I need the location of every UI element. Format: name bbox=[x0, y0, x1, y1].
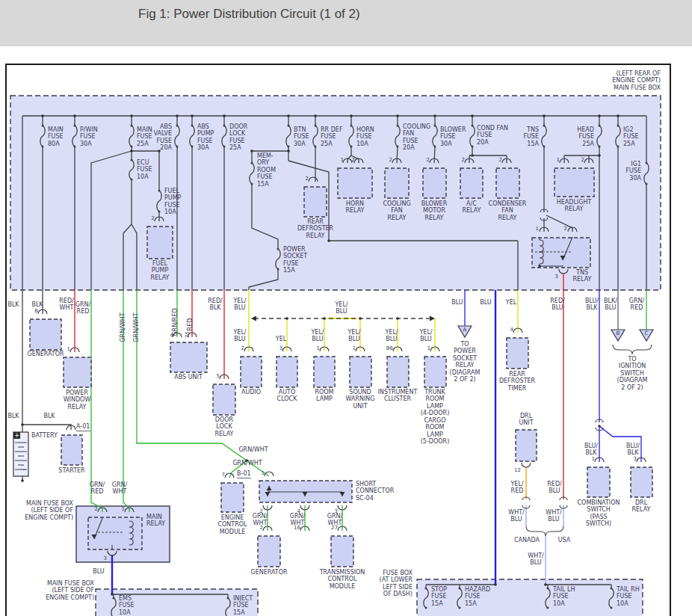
wire-label: YEL/ bbox=[418, 329, 432, 336]
fuse-label-btn-30a: BTN bbox=[294, 126, 306, 133]
component-label-door-lock-relay: LOCK bbox=[216, 423, 232, 430]
component-label-starter: STARTER bbox=[58, 467, 85, 474]
wire-label: IGNITION bbox=[619, 363, 646, 369]
pin-number: 2 bbox=[427, 157, 430, 163]
fuse-label-ig1-30a: 30A bbox=[629, 175, 641, 182]
fuse-label-memory-room-15a: ORY bbox=[257, 159, 269, 166]
wire-label: (DIAGRAM bbox=[450, 369, 481, 376]
component-drl-relay bbox=[631, 467, 652, 497]
wire-label: BLK bbox=[627, 449, 639, 456]
component-generator-top bbox=[30, 319, 61, 350]
wire-label: GRN/WHT bbox=[238, 446, 268, 453]
fuse-label-ig2-25a: 25A bbox=[623, 141, 635, 147]
component-label-short-connector-sc04: SHORT bbox=[356, 481, 376, 487]
component-label-rear-defroster-timer: TIMER bbox=[507, 385, 527, 392]
fuse-label-power-socket-15a: 15A bbox=[283, 267, 295, 274]
component-label-horn-relay: HORN bbox=[346, 200, 364, 207]
fuse-terminal bbox=[251, 162, 253, 164]
battery-plus: + bbox=[14, 432, 19, 439]
wire-label: GRN/ bbox=[75, 301, 91, 308]
wire-label: BLU bbox=[312, 336, 324, 342]
fuse-label-hazard-15a: HAZARD bbox=[465, 586, 490, 593]
component-drl-unit bbox=[516, 430, 537, 461]
wire-label: RED/ bbox=[208, 298, 223, 304]
wire-label: GRN/WHT bbox=[232, 460, 262, 466]
fuse-label-ems-10a: FUSE bbox=[119, 602, 135, 609]
brace bbox=[613, 345, 652, 354]
pin-number: 25 bbox=[185, 331, 191, 338]
fuse-label-stop-15a: 15A bbox=[431, 600, 443, 607]
wire-label: BLU bbox=[234, 336, 246, 342]
wire-label: WHT bbox=[328, 520, 342, 526]
fuse-terminal bbox=[176, 146, 179, 148]
fuse-label-main-25a: 25A bbox=[137, 141, 149, 147]
component-combination-switch bbox=[587, 467, 610, 497]
junction-dot bbox=[21, 479, 24, 482]
fuse-label-horn-10a: 10A bbox=[356, 141, 368, 147]
wire bbox=[22, 425, 71, 430]
fuse-label-main-25a: MAIN bbox=[137, 126, 152, 133]
component-tns-relay bbox=[532, 238, 590, 268]
wire-label: 2 OF 2) bbox=[621, 384, 643, 391]
fuse-terminal bbox=[251, 183, 253, 185]
wire-label: YEL/ bbox=[310, 329, 324, 336]
pin-number: 3 bbox=[104, 555, 107, 561]
wire-label: 2 OF 2) bbox=[454, 376, 475, 383]
fuse-label-memory-room-15a: MEM- bbox=[257, 153, 274, 159]
wire-label: BLU bbox=[336, 308, 347, 315]
component-label-short-connector-sc04: CONNECTOR bbox=[356, 487, 395, 494]
wire-label: (LEFT SIDE OF bbox=[52, 587, 94, 594]
fuse-label-inject-15a: FUSE bbox=[233, 602, 249, 609]
fuse-terminal bbox=[315, 146, 317, 148]
junction-dot bbox=[130, 114, 133, 117]
component-horn-relay bbox=[338, 168, 372, 198]
wire-label: BLU bbox=[93, 568, 105, 575]
fuse-terminal bbox=[191, 146, 194, 148]
fuse-terminal bbox=[434, 125, 436, 127]
fuse-label-tns-15a: TNS bbox=[526, 126, 539, 133]
component-label-cooling-fan-relay: COOLING bbox=[383, 200, 410, 207]
battery-minus: - bbox=[22, 466, 25, 473]
wire-label: BLU bbox=[386, 336, 398, 342]
junction-dot bbox=[494, 583, 497, 586]
wire-label: TO bbox=[460, 341, 469, 348]
fuse-terminal bbox=[42, 125, 44, 127]
component-label-transmission-control-module: CONTROL bbox=[327, 576, 357, 582]
fuse-label-fuel-pump-10a: FUEL bbox=[164, 188, 180, 194]
junction-dot bbox=[471, 114, 474, 117]
fuse-terminal bbox=[288, 125, 290, 127]
pin-number: 1 bbox=[557, 157, 560, 163]
component-label-headlight-relay: RELAY bbox=[565, 206, 584, 212]
wire-label: RED bbox=[91, 488, 104, 495]
component-label-rear-defroster-timer: DEFROSTER bbox=[499, 378, 536, 384]
wire-label: GRN/ bbox=[290, 513, 306, 520]
pin-number: 1 bbox=[122, 506, 125, 512]
wire-label: ENGINE COMPT) bbox=[25, 514, 73, 521]
component-label-headlight-relay: HEADLIGHT bbox=[557, 199, 592, 206]
wire-label: YEL/ bbox=[510, 481, 523, 487]
fuse-terminal bbox=[131, 159, 133, 161]
component-rear-defroster-relay bbox=[304, 187, 327, 217]
fuse-terminal bbox=[611, 607, 613, 609]
wire-label: OF DASH) bbox=[383, 591, 413, 597]
wire-label: BLU bbox=[552, 304, 563, 311]
pin-number: 3 bbox=[555, 274, 558, 280]
fuse-terminal bbox=[397, 146, 399, 148]
fuse-terminal bbox=[176, 125, 179, 127]
wire-label: RELAY bbox=[146, 520, 165, 527]
wire-label: FUSE BOX bbox=[383, 570, 413, 576]
wire-label: BLU bbox=[451, 299, 463, 306]
fuse-terminal bbox=[547, 607, 549, 609]
wire-label: A-01 bbox=[76, 423, 90, 430]
pin-number: 2 bbox=[499, 157, 502, 163]
fuse-label-door-lock-25a: DOOR bbox=[229, 123, 248, 130]
fuse-terminal bbox=[350, 146, 353, 148]
wire-label: BLU bbox=[348, 336, 360, 342]
wire-label: RED/ bbox=[547, 481, 562, 487]
fuse-label-rr-def-25a: 25A bbox=[321, 141, 333, 147]
component-starter bbox=[61, 435, 82, 465]
junction-dot bbox=[191, 114, 194, 117]
fuse-label-abs-valve-20a: 20A bbox=[160, 144, 172, 151]
component-label-abs-unit: ABS UNIT bbox=[174, 374, 203, 381]
wire-label: BLU bbox=[549, 487, 560, 494]
